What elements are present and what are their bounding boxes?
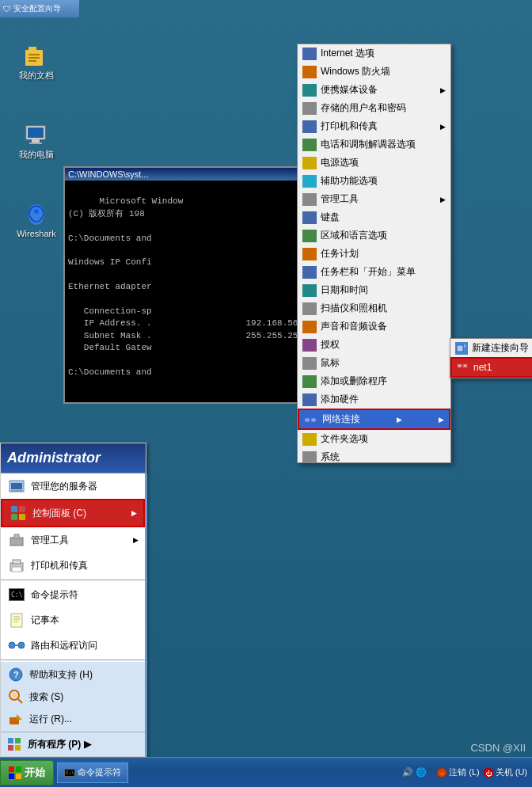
all-programs-icon [7,736,25,753]
start-item-admin-tools[interactable]: 管理工具 ▶ [1,527,145,553]
menu-item-power[interactable]: 电源选项 [298,154,450,172]
all-programs-row[interactable]: 所有程序 (P) ▶ [1,732,145,756]
printer-svg [8,557,25,574]
desktop: 🛡 安全配置向导 我的文档 我的电脑 [0,0,532,787]
start-item-printers[interactable]: 打印机和传真 [1,553,145,578]
menu-item-datetime[interactable]: 日期和时间 [298,281,450,299]
start-menu-username: Administrator [7,450,101,466]
my-computer-icon [24,123,49,148]
menu-item-sound-label: 声音和音频设备 [321,320,387,333]
svg-rect-6 [28,127,44,138]
desktop-icon-my-computer[interactable]: 我的电脑 [13,123,60,160]
svg-rect-16 [463,364,467,367]
menu-item-internet[interactable]: Internet 选项 [298,44,450,63]
security-wizard-label: 安全配置向导 [13,3,61,14]
menu-item-portable[interactable]: 便携媒体设备 [298,81,450,99]
menu-item-file-options-label: 文件夹选项 [321,432,368,446]
menu-item-printers[interactable]: 打印机和传真 [298,117,450,135]
taskbar-cmd-btn[interactable]: C:\ 命令提示符 [57,762,128,783]
logout-btn[interactable]: → 注销 (L) [436,766,480,778]
cp-arrow: ▶ [131,509,137,517]
start-menu-left: 管理您的服务器 控制面板 (C) ▶ [1,473,147,756]
start-item-help[interactable]: ? 帮助和支持 (H) [1,663,145,686]
manage-server-icon [7,477,26,496]
menu-item-system[interactable]: 系统 [298,448,450,463]
datetime-icon [302,284,317,297]
cmd-line1: Microsoft Window (C) 版权所有 198 C:\Documen… [68,196,319,376]
start-item-notepad[interactable]: 记事本 [1,607,145,633]
svg-rect-11 [305,418,310,422]
start-item-routing[interactable]: 路由和远程访问 [1,633,145,658]
tasks-icon [302,248,317,260]
start-item-help-label: 帮助和支持 (H) [29,668,93,682]
desktop-icon-my-docs[interactable]: 我的文档 [13,44,60,81]
svg-rect-24 [19,514,25,520]
svg-rect-46 [8,745,13,751]
net-submenu-new-wizard[interactable]: 新建连接向导 [450,339,532,357]
menu-item-admin-tools[interactable]: 管理工具 [298,190,450,208]
svg-rect-44 [8,738,13,743]
menu-item-scanner[interactable]: 扫描仪和照相机 [298,299,450,317]
menu-item-keyboard[interactable]: 键盘 [298,208,450,226]
menu-item-add-hardware[interactable]: 添加硬件 [298,390,450,409]
desktop-icon-wireshark[interactable]: Wireshark [13,202,60,239]
svg-rect-50 [9,774,14,779]
menu-item-network-conn[interactable]: 网络连接 ▶ [298,409,450,430]
menu-item-tasks[interactable]: 任务计划 [298,245,450,263]
svg-rect-1 [28,47,36,51]
menu-item-credentials[interactable]: 存储的用户名和密码 [298,99,450,117]
svg-rect-2 [28,54,40,55]
svg-rect-21 [11,506,17,512]
routing-svg [8,637,25,653]
my-docs-label: 我的文档 [19,70,54,81]
my-computer-label: 我的电脑 [19,150,54,160]
start-item-cmd[interactable]: C:\ 命令提示符 [1,582,145,607]
auth-icon [302,339,317,352]
menu-item-accessibility[interactable]: 辅助功能选项 [298,172,450,190]
menu-item-firewall-label: Windows 防火墙 [321,65,390,78]
menu-item-add-remove-label: 添加或删除程序 [321,374,387,388]
menu-item-firewall[interactable]: Windows 防火墙 [298,63,450,81]
security-wizard-icon: 🛡 [3,5,11,13]
power-icon [302,157,317,169]
menu-item-phone[interactable]: 电话和调制解调器选项 [298,135,450,154]
shutdown-btn[interactable]: ⏻ 关机 (U) [483,766,527,778]
watermark: CSDN @XII [470,742,526,754]
net-submenu-net1[interactable]: net1 [450,357,532,378]
start-item-manage-server[interactable]: 管理您的服务器 [1,473,145,499]
start-item-run[interactable]: 运行 (R)... [1,708,145,730]
start-item-printers-label: 打印机和传真 [31,559,88,572]
start-item-search[interactable]: 搜索 (S) [1,686,145,708]
keyboard-icon [302,211,317,224]
svg-point-10 [34,209,39,214]
network-conn-icon [304,413,318,426]
menu-item-keyboard-label: 键盘 [321,211,340,224]
menu-item-add-remove[interactable]: 添加或删除程序 [298,372,450,390]
menu-item-mouse[interactable]: 鼠标 [298,354,450,372]
control-panel-icon [9,504,28,523]
accessibility-icon [302,175,317,188]
svg-rect-3 [28,57,40,59]
svg-rect-4 [28,60,36,62]
admin-tools-icon-sm [7,530,26,549]
menu-item-regional[interactable]: 区域和语言选项 [298,226,450,245]
menu-item-file-options[interactable]: 文件夹选项 [298,430,450,448]
printers-icon-sm [7,556,26,575]
svg-rect-48 [9,766,14,772]
start-item-control-panel[interactable]: 控制面板 (C) ▶ [1,499,145,527]
menu-item-sound[interactable]: 声音和音频设备 [298,317,450,336]
server-svg [8,477,25,495]
menu-item-admin-tools-label: 管理工具 [321,192,359,206]
menu-item-credentials-label: 存储的用户名和密码 [321,101,406,115]
menu-item-taskbar-start[interactable]: 任务栏和「开始」菜单 [298,263,450,281]
svg-text:?: ? [13,670,19,679]
start-menu-sep1 [1,580,145,580]
start-item-admin-tools-label: 管理工具 [31,534,69,547]
systray-icons: 🔊 🌐 [402,767,427,777]
net1-label: net1 [473,362,492,373]
menu-item-auth[interactable]: 授权 [298,336,450,354]
start-button[interactable]: 开始 [0,760,54,785]
internet-icon [302,48,317,60]
windows-logo-icon [9,766,21,779]
wireshark-label: Wireshark [17,229,56,239]
